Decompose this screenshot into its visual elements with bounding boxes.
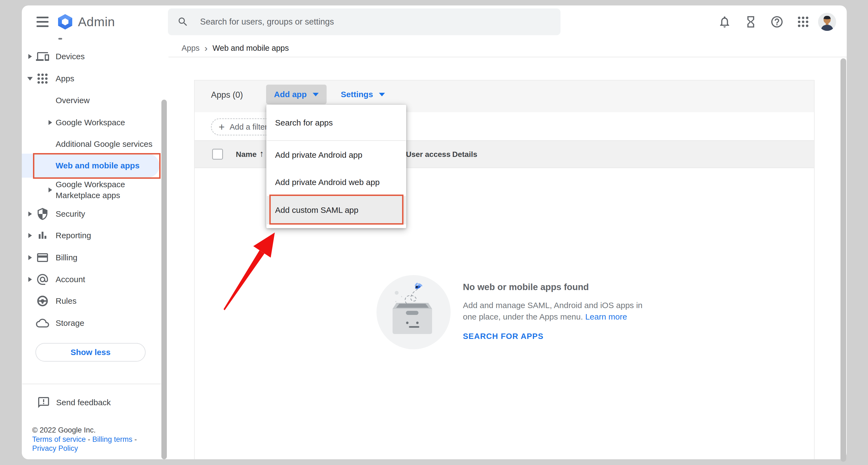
column-header-name[interactable]: Name bbox=[236, 150, 256, 159]
sidebar-footer-divider bbox=[22, 384, 161, 384]
dropdown-arrow-icon bbox=[313, 93, 319, 96]
topbar-divider bbox=[168, 57, 847, 57]
empty-state-title: No web or mobile apps found bbox=[463, 282, 589, 292]
expand-caret-icon[interactable] bbox=[28, 211, 32, 216]
empty-body-line2: one place, under the Apps menu. bbox=[463, 312, 583, 321]
rules-wheel-icon bbox=[36, 294, 49, 308]
apps-grid-icon bbox=[36, 72, 49, 85]
learn-more-link[interactable]: Learn more bbox=[585, 312, 627, 321]
send-feedback-button[interactable]: Send feedback bbox=[37, 395, 111, 410]
settings-label: Settings bbox=[341, 90, 373, 99]
settings-button[interactable]: Settings bbox=[336, 85, 390, 104]
expand-caret-icon[interactable] bbox=[28, 233, 32, 238]
trailing-dash: - bbox=[132, 435, 137, 443]
storage-cloud-icon bbox=[36, 317, 49, 330]
sidebar-item-label: Storage bbox=[56, 318, 84, 328]
sidebar-item-label: Billing bbox=[56, 252, 78, 263]
sidebar-item-apps[interactable]: Apps bbox=[22, 68, 159, 89]
menu-item-add-private-android-web-app[interactable]: Add private Android web app bbox=[267, 169, 406, 196]
add-app-button[interactable]: Add app bbox=[266, 85, 327, 104]
sidebar-item-label: Additional Google services bbox=[56, 139, 152, 149]
admin-console-screenshot: Admin Apps › Web and mobile apps Devices… bbox=[0, 0, 868, 465]
expand-caret-icon[interactable] bbox=[28, 54, 32, 59]
sidebar-item-label: Google Workspace bbox=[56, 117, 125, 128]
reporting-barchart-icon bbox=[36, 229, 49, 242]
menu-hamburger-icon[interactable] bbox=[36, 17, 49, 27]
breadcrumb: Apps › Web and mobile apps bbox=[182, 41, 289, 55]
show-less-button[interactable]: Show less bbox=[35, 343, 146, 361]
sidebar-item-label: Web and mobile apps bbox=[56, 160, 140, 171]
admin-logo-icon bbox=[57, 13, 73, 30]
search-icon bbox=[177, 16, 189, 28]
security-shield-icon bbox=[36, 207, 49, 221]
expand-caret-icon[interactable] bbox=[28, 255, 32, 260]
devices-icon bbox=[36, 50, 49, 63]
expand-caret-icon[interactable] bbox=[49, 120, 52, 125]
global-search-bar[interactable] bbox=[168, 8, 560, 35]
empty-box-drawing bbox=[376, 275, 451, 349]
sidebar-item-reporting[interactable]: Reporting bbox=[22, 225, 159, 246]
app-launcher-grid-icon[interactable] bbox=[796, 15, 810, 29]
terms-of-service-link[interactable]: Terms of service bbox=[32, 435, 86, 443]
scrolled-item-fragment bbox=[58, 38, 62, 39]
empty-state-body: Add and manage SAML, Android and iOS app… bbox=[463, 300, 736, 323]
sidebar-item-label: Account bbox=[56, 274, 85, 285]
search-input[interactable] bbox=[199, 17, 551, 27]
menu-item-search-for-apps[interactable]: Search for apps bbox=[267, 105, 406, 140]
breadcrumb-separator: › bbox=[205, 43, 208, 53]
hourglass-tasks-icon[interactable] bbox=[744, 15, 757, 29]
sidebar-item-label: Security bbox=[56, 208, 85, 220]
column-header-user-access[interactable]: User access bbox=[406, 150, 451, 159]
billing-card-icon bbox=[36, 251, 49, 264]
sidebar-item-label: Rules bbox=[56, 295, 76, 307]
menu-item-add-custom-saml-app[interactable]: Add custom SAML app bbox=[267, 196, 406, 224]
avatar-photo bbox=[818, 13, 836, 31]
sidebar-scrollbar[interactable] bbox=[161, 99, 167, 459]
sidebar-item-label: Google Workspace Marketplace apps bbox=[56, 179, 151, 201]
empty-body-line1: Add and manage SAML, Android and iOS app… bbox=[463, 301, 643, 310]
sidebar-item-account[interactable]: Account bbox=[22, 268, 159, 290]
privacy-policy-link[interactable]: Privacy Policy bbox=[32, 444, 78, 453]
sidebar-item-label: Apps bbox=[56, 73, 74, 84]
menu-divider bbox=[267, 140, 406, 141]
sidebar-item-overview[interactable]: Overview bbox=[22, 89, 159, 111]
add-app-label: Add app bbox=[274, 90, 307, 99]
sidebar-item-billing[interactable]: Billing bbox=[22, 247, 159, 268]
sidebar-item-devices[interactable]: Devices bbox=[22, 46, 159, 67]
search-for-apps-link[interactable]: SEARCH FOR APPS bbox=[463, 332, 544, 341]
collapse-caret-icon[interactable] bbox=[27, 77, 33, 81]
expand-caret-icon[interactable] bbox=[28, 277, 32, 282]
sidebar-item-web-and-mobile-apps[interactable]: Web and mobile apps bbox=[22, 155, 159, 177]
breadcrumb-apps-link[interactable]: Apps bbox=[182, 43, 199, 53]
menu-item-add-private-android-app[interactable]: Add private Android app bbox=[267, 141, 406, 169]
copyright-text: © 2022 Google Inc. bbox=[32, 426, 96, 435]
empty-state-illustration bbox=[376, 275, 451, 349]
sidebar-item-google-workspace[interactable]: Google Workspace bbox=[22, 112, 159, 134]
footer-links: Terms of service - Billing terms - Priva… bbox=[32, 435, 163, 453]
sidebar-item-storage[interactable]: Storage bbox=[22, 312, 159, 334]
column-header-details[interactable]: Details bbox=[452, 150, 477, 159]
sidebar-item-additional-google-services[interactable]: Additional Google services bbox=[22, 133, 159, 155]
feedback-icon bbox=[37, 396, 50, 409]
billing-terms-link[interactable]: Billing terms bbox=[92, 435, 132, 443]
page-scrollbar[interactable] bbox=[840, 58, 846, 462]
user-avatar[interactable] bbox=[818, 13, 836, 31]
link-separator: - bbox=[86, 435, 92, 443]
sidebar-item-security[interactable]: Security bbox=[22, 203, 159, 225]
product-title: Admin bbox=[78, 14, 115, 29]
sidebar-item-label: Overview bbox=[56, 95, 90, 106]
apps-count-title: Apps (0) bbox=[211, 90, 243, 100]
select-all-checkbox[interactable] bbox=[212, 149, 223, 159]
help-icon[interactable] bbox=[770, 15, 784, 29]
sidebar-item-rules[interactable]: Rules bbox=[22, 290, 159, 312]
expand-caret-icon[interactable] bbox=[49, 187, 52, 193]
fly-icon bbox=[414, 282, 423, 290]
plus-icon: + bbox=[219, 122, 225, 132]
sidebar-item-marketplace-apps[interactable]: Google Workspace Marketplace apps bbox=[22, 176, 159, 204]
send-feedback-label: Send feedback bbox=[56, 398, 111, 407]
breadcrumb-current-page: Web and mobile apps bbox=[212, 43, 289, 53]
notifications-bell-icon[interactable] bbox=[718, 15, 732, 29]
sort-ascending-icon[interactable]: ↑ bbox=[259, 149, 264, 159]
sidebar-item-label: Reporting bbox=[56, 230, 91, 241]
add-filter-label: Add a filter bbox=[229, 122, 268, 132]
